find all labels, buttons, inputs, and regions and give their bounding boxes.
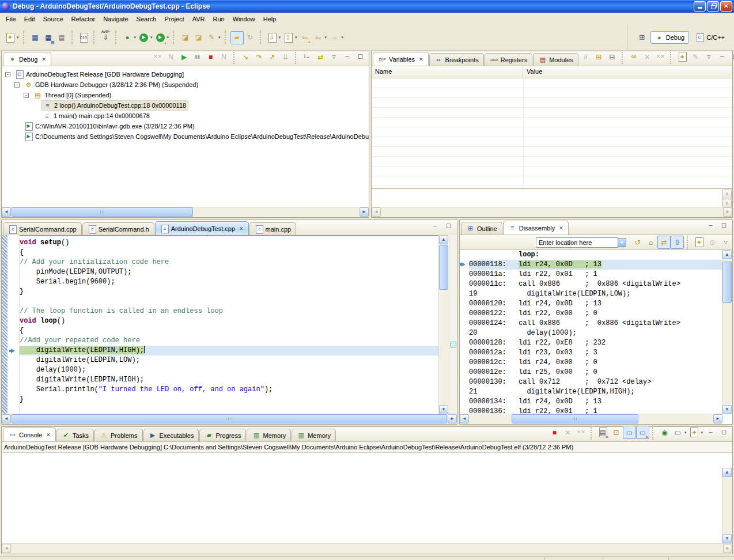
pin-console-icon[interactable]: ◉ xyxy=(658,426,671,439)
menu-item-project[interactable]: Project xyxy=(160,14,188,24)
disassembly-line[interactable]: 00000122:ldi r22, 0x00 ; 0 xyxy=(469,309,722,319)
debug-horizontal-scrollbar[interactable]: ◄ ► xyxy=(2,207,369,217)
debug-tree-item[interactable]: ▶C:\WinAVR-20100110\bin\avr-gdb.exe (3/2… xyxy=(2,121,369,131)
code-line[interactable]: digitalWrite(LEDPIN,HIGH); xyxy=(20,375,438,385)
menu-item-run[interactable]: Run xyxy=(209,14,228,24)
menu-item-avr[interactable]: AVR xyxy=(188,14,209,24)
clear-console-icon[interactable]: ▤✕ xyxy=(596,426,610,439)
disassembly-line[interactable]: 20 delay(1000); xyxy=(469,328,722,338)
close-tab-icon[interactable]: ✕ xyxy=(559,225,563,231)
disassembly-line[interactable]: 00000130:call 0x712 ; 0x712 <delay> xyxy=(469,377,722,387)
show-stdout-icon[interactable]: ▭ xyxy=(623,426,636,439)
back-icon[interactable]: ⇦ xyxy=(312,31,325,44)
maximize-view-icon[interactable]: ☐ xyxy=(442,220,455,233)
variables-table-row[interactable] xyxy=(372,108,732,118)
code-line[interactable]: //Add your repeated code here xyxy=(20,336,438,346)
disassembly-horizontal-scrollbar[interactable]: ◄ ► xyxy=(460,414,722,424)
menu-item-file[interactable]: File xyxy=(2,14,20,24)
refresh-view-icon[interactable]: ↺ xyxy=(631,236,644,249)
code-line[interactable]: delay(1000); xyxy=(20,365,438,375)
save-all-icon[interactable]: ▦▦ xyxy=(42,31,55,44)
disassembly-line[interactable]: 00000124:call 0x886 ; 0x886 <digitalWrit… xyxy=(469,319,722,328)
disassembly-line[interactable]: 0000011c:call 0x886 ; 0x886 <digitalWrit… xyxy=(469,279,722,289)
external-tools-icon-dropdown[interactable]: ▾ xyxy=(167,35,169,40)
view-menu-icon[interactable]: ▽ xyxy=(719,236,732,249)
minimize-view-icon[interactable]: ─ xyxy=(704,219,717,232)
variables-table-row[interactable] xyxy=(372,147,732,157)
prev-annotation-icon[interactable]: ⇧ xyxy=(282,31,295,44)
disassembly-line[interactable]: 00000128:ldi r22, 0xE8 ; 232 xyxy=(469,338,722,348)
last-edit-location-icon[interactable]: ⇦✦ xyxy=(298,31,312,44)
scroll-lock-icon[interactable]: ⊡ xyxy=(610,426,623,439)
variables-table-row[interactable] xyxy=(372,176,732,186)
back-icon-dropdown[interactable]: ▾ xyxy=(325,35,327,40)
code-line[interactable]: void loop() xyxy=(20,316,438,326)
close-tab-icon[interactable]: ✕ xyxy=(41,56,46,62)
minimize-view-icon[interactable]: ─ xyxy=(704,426,717,439)
menu-item-refactor[interactable]: Refactor xyxy=(67,14,100,24)
open-console-icon-dropdown[interactable]: ▾ xyxy=(701,430,703,435)
debug-tree-item[interactable]: ▶C:\Documents and Settings\Steven Cogswe… xyxy=(2,131,369,142)
tree-expander-icon[interactable]: - xyxy=(14,82,20,88)
code-line[interactable]: digitalWrite(LEDPIN,LOW); xyxy=(20,355,438,365)
disassembly-line[interactable]: loop: xyxy=(469,250,722,260)
tab-serialcommand-h[interactable]: .cSerialCommand.h xyxy=(82,222,154,235)
tab-arduinodebugtest-cpp[interactable]: .cArduinoDebugTest.cpp✕ xyxy=(155,221,249,235)
variables-table-row[interactable] xyxy=(372,157,732,167)
instruction-stepping-icon[interactable]: i→ xyxy=(301,50,314,63)
terminate-icon[interactable]: ■ xyxy=(548,426,561,439)
column-header-value[interactable]: Value xyxy=(523,66,546,78)
external-tools-icon[interactable]: ▶▪ xyxy=(154,31,167,44)
code-line[interactable] xyxy=(20,297,438,307)
tab-console[interactable]: ▭Console✕ xyxy=(3,427,56,441)
terminate-icon[interactable]: ■ xyxy=(204,50,217,63)
prev-annotation-icon-dropdown[interactable]: ▾ xyxy=(295,35,297,40)
code-line[interactable]: } xyxy=(20,395,438,404)
tab-problems[interactable]: ⚠Problems xyxy=(94,429,142,441)
debug-tree-item[interactable]: ≡1 main() main.cpp:14 0x00000678 xyxy=(2,111,369,121)
menu-item-source[interactable]: Source xyxy=(39,14,67,24)
minimize-view-icon[interactable]: ─ xyxy=(340,50,354,63)
tab-main-cpp[interactable]: .cmain.cpp xyxy=(249,222,297,235)
show-stderr-icon[interactable]: ▭✕ xyxy=(636,426,649,439)
menu-item-navigate[interactable]: Navigate xyxy=(99,14,132,24)
open-folder-icon[interactable]: ◪ xyxy=(179,31,192,44)
tab-debug[interactable]: ●Debug✕ xyxy=(3,52,51,66)
code-line[interactable]: Serial.println("I turned the LED on, off… xyxy=(20,385,438,395)
tab-modules[interactable]: ▤Modules xyxy=(533,53,578,66)
disassembly-listing[interactable]: loop:00000118:ldi r24, 0x0D ; 130000011a… xyxy=(460,250,722,414)
disassembly-line[interactable]: 0000011a:ldi r22, 0x01 ; 1 xyxy=(469,270,722,279)
variables-column-header[interactable]: Name Value xyxy=(372,66,732,78)
open-console-icon[interactable]: ✦ xyxy=(687,426,701,439)
avr-upload-icon[interactable]: ⇓AVR* xyxy=(99,31,112,44)
column-header-name[interactable]: Name xyxy=(372,66,523,78)
console-horizontal-scrollbar[interactable]: ◄ ► xyxy=(2,543,732,554)
close-tab-icon[interactable]: ✕ xyxy=(419,56,423,62)
close-tab-icon[interactable]: ✕ xyxy=(46,432,51,438)
run-icon[interactable]: ▶ xyxy=(137,31,150,44)
variable-details-pane[interactable]: ∧ ∨ xyxy=(372,188,732,209)
disassembly-line[interactable]: 00000120:ldi r24, 0x0D ; 13 xyxy=(469,299,722,309)
variables-table-row[interactable] xyxy=(372,167,732,176)
tab-breakpoints[interactable]: ●●Breakpoints xyxy=(429,53,484,66)
editor-gutter[interactable] xyxy=(7,235,20,414)
tab-executables[interactable]: ▶Executables xyxy=(143,429,199,441)
code-line[interactable]: void setup() xyxy=(20,238,438,248)
menu-item-edit[interactable]: Edit xyxy=(20,14,39,24)
brush-icon[interactable]: ✎ xyxy=(205,31,218,44)
disassembly-line[interactable]: 0000012e:ldi r25, 0x00 ; 0 xyxy=(469,368,722,377)
code-line[interactable]: pinMode(LEDPIN,OUTPUT); xyxy=(20,267,438,277)
open-perspective-icon[interactable]: ⊞ xyxy=(635,31,649,44)
disassembly-line[interactable]: 21 digitalWrite(LEDPIN,HIGH); xyxy=(469,387,722,397)
disassembly-vertical-scrollbar[interactable]: ▲ ▼ xyxy=(722,250,732,414)
disassembly-line[interactable]: 19 digitalWrite(LEDPIN,LOW); xyxy=(469,289,722,299)
display-console-icon[interactable]: ▭ xyxy=(671,426,684,439)
step-return-icon[interactable]: ↗ xyxy=(266,50,279,63)
link-debug-context-icon[interactable]: ⇄ xyxy=(657,236,671,249)
new-item-icon[interactable]: ✦ xyxy=(676,50,689,63)
tab-serialcommand-cpp[interactable]: .cSerialCommand.cpp xyxy=(3,222,82,235)
minimize-view-icon[interactable]: ─ xyxy=(429,220,442,233)
tree-expander-icon[interactable]: - xyxy=(24,93,29,98)
variables-table-row[interactable] xyxy=(372,88,732,98)
next-annotation-icon[interactable]: ⇩ xyxy=(266,31,279,44)
